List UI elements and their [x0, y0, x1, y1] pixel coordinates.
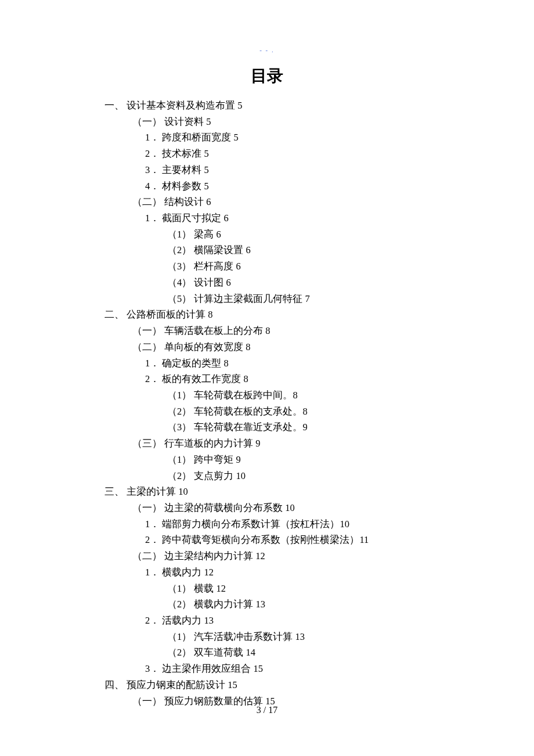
toc-entry: （1） 汽车活载冲击系数计算 13: [167, 629, 476, 645]
toc-entry: （4） 设计图 6: [167, 275, 476, 291]
toc-entry: 2． 技术标准 5: [145, 146, 476, 162]
toc-entry: 1． 跨度和桥面宽度 5: [145, 129, 476, 146]
toc-entry: （2） 支点剪力 10: [167, 468, 476, 484]
toc-entry: （一） 车辆活载在板上的分布 8: [132, 323, 476, 339]
toc-entry: 二、 公路桥面板的计算 8: [104, 307, 476, 323]
toc-entry: （一） 设计资料 5: [132, 114, 476, 130]
toc-entry: 2． 跨中荷载弯矩横向分布系数（按刚性横梁法）11: [145, 532, 476, 548]
toc-entry: 四、 预应力钢束的配筋设计 15: [104, 677, 476, 693]
toc-entry: 1． 确定板的类型 8: [145, 355, 476, 372]
toc-entry: 1． 截面尺寸拟定 6: [145, 210, 476, 226]
toc-entry: 3． 边主梁作用效应组合 15: [145, 661, 476, 677]
toc-entry: （2） 横载内力计算 13: [167, 596, 476, 613]
toc-entry: （2） 双车道荷载 14: [167, 645, 476, 661]
toc-entry: （5） 计算边主梁截面几何特征 7: [167, 291, 476, 307]
toc-entry: （二） 单向板的有效宽度 8: [132, 339, 476, 355]
toc-entry: 4． 材料参数 5: [145, 178, 476, 195]
toc-entry: （3） 车轮荷载在靠近支承处。9: [167, 419, 476, 435]
toc-entry: （二） 边主梁结构内力计算 12: [132, 548, 476, 564]
toc-entry: 2． 板的有效工作宽度 8: [145, 371, 476, 387]
toc-entry: （1） 梁高 6: [167, 226, 476, 243]
toc-entry: 3． 主要材料 5: [145, 162, 476, 178]
toc-entry: （1） 跨中弯矩 9: [167, 452, 476, 468]
toc-entry: （三） 行车道板的内力计算 9: [132, 435, 476, 452]
header-watermark: - - .: [58, 46, 476, 53]
toc-entry: （一） 边主梁的荷载横向分布系数 10: [132, 500, 476, 516]
toc-entry: （1） 车轮荷载在板跨中间。8: [167, 387, 476, 404]
toc-entry: 1． 端部剪力横向分布系数计算（按杠杆法）10: [145, 516, 476, 532]
toc-entry: （1） 横载 12: [167, 581, 476, 597]
toc-entry: 2． 活载内力 13: [145, 613, 476, 629]
toc-entry: （二） 结构设计 6: [132, 194, 476, 210]
table-of-contents: 一、 设计基本资料及构造布置 5（一） 设计资料 51． 跨度和桥面宽度 52．…: [58, 98, 476, 709]
toc-entry: （2） 横隔梁设置 6: [167, 242, 476, 258]
toc-entry: 三、 主梁的计算 10: [104, 484, 476, 500]
toc-entry: 1． 横载内力 12: [145, 564, 476, 581]
toc-entry: 一、 设计基本资料及构造布置 5: [104, 98, 476, 114]
page-number: 3 / 17: [0, 705, 534, 715]
toc-entry: （3） 栏杆高度 6: [167, 258, 476, 275]
toc-entry: （2） 车轮荷载在板的支承处。8: [167, 404, 476, 420]
toc-title: 目录: [58, 65, 476, 87]
